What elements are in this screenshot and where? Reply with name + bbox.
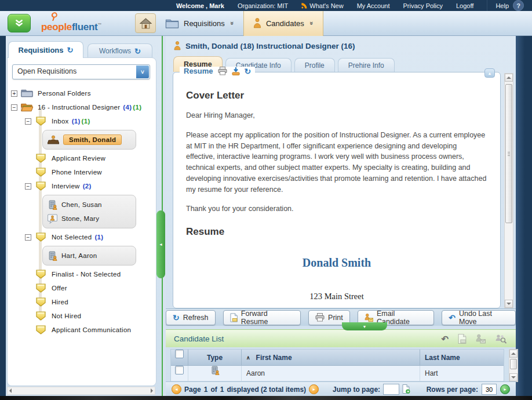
column-header-type[interactable]: Type (188, 350, 242, 365)
print-icon (315, 313, 325, 322)
selected-candidate-chip[interactable]: Smith, Donald (63, 134, 122, 145)
scroll-up-arrow[interactable] (509, 350, 518, 358)
table-scrollbar[interactable] (509, 349, 518, 382)
tree-item-smith-donald[interactable]: Smith, Donald (48, 133, 129, 147)
select-all-checkbox[interactable] (175, 350, 184, 358)
workflow-folder-icon (35, 117, 47, 126)
download-icon[interactable] (232, 67, 240, 75)
go-to-page-icon[interactable] (402, 384, 410, 394)
tab-prehire-info[interactable]: Prehire Info (338, 58, 395, 72)
filter-selected-value: Open Requisitions (17, 67, 76, 75)
tab-requisitions[interactable]: Requisitions ↻ (8, 41, 83, 58)
refresh-icon[interactable]: ↻ (67, 46, 74, 54)
home-icon (140, 18, 152, 29)
resume-panel-legend: Resume ↻ (180, 67, 255, 75)
cell-first-name: Aaron (246, 369, 265, 377)
tab-profile[interactable]: Profile (294, 58, 335, 72)
of-word: of (210, 386, 217, 394)
scroll-up-arrow[interactable] (505, 74, 513, 82)
resume-scrollbar[interactable] (504, 73, 513, 308)
scroll-down-arrow[interactable] (505, 300, 513, 308)
search-candidates-icon[interactable] (495, 334, 507, 344)
forward-resume-icon[interactable] (458, 334, 467, 344)
collapse-toggle[interactable]: − (25, 234, 31, 241)
help-link[interactable]: Help (495, 2, 509, 9)
refresh-button[interactable]: ↻ Refresh (166, 310, 216, 325)
logoff-link[interactable]: Logoff (456, 2, 473, 9)
tree-label: Personal Folders (38, 90, 91, 97)
sidebar-horizontal-scrollbar[interactable] (7, 387, 155, 395)
collapse-header-button[interactable] (8, 14, 31, 32)
tree-item-inbox[interactable]: − Inbox (1) (1) (8, 114, 156, 128)
nav-candidates-menu[interactable]: Candidates » (243, 11, 323, 36)
sidebar-collapse-handle[interactable]: ◄ (156, 210, 165, 278)
document-icon (230, 313, 238, 322)
tree-item-hired[interactable]: Hired (8, 295, 156, 309)
tree-item-not-selected[interactable]: − Not Selected (1) (8, 230, 156, 244)
collapse-panel-icon[interactable]: ▲ (484, 68, 495, 78)
privacy-policy-link[interactable]: Privacy Policy (403, 2, 443, 9)
menu-arrows-icon: » (308, 21, 315, 25)
tree-item-applicant-communication[interactable]: Applicant Communication (8, 323, 156, 337)
tree-item-stone-mary[interactable]: Stone, Mary (48, 212, 129, 226)
rows-per-page-input[interactable] (482, 384, 497, 395)
requisition-filter-select[interactable]: Open Requisitions ˅ (12, 64, 150, 79)
candidate-card: Chen, Susan Stone, Mary (42, 195, 136, 228)
tree-item-not-hired[interactable]: Not Hired (8, 309, 156, 323)
horizontal-splitter-handle[interactable]: ▼ (342, 322, 387, 330)
print-icon[interactable] (218, 67, 227, 75)
tree-item-interview[interactable]: − Interview (2) (8, 179, 156, 193)
candidate-card: Hart, Aaron (42, 246, 136, 266)
scroll-right-arrow[interactable] (151, 388, 153, 393)
email-candidate-icon[interactable] (476, 334, 486, 344)
expand-toggle[interactable]: + (11, 90, 17, 97)
tree-item-phone-interview[interactable]: Phone Interview (8, 165, 156, 179)
apply-rows-button[interactable]: ► (500, 384, 510, 394)
whats-new-link[interactable]: What's New (301, 2, 343, 9)
row-checkbox[interactable] (175, 366, 184, 374)
tree-item-personal-folders[interactable]: + Personal Folders (8, 86, 156, 100)
tree-label: Applicant Review (52, 155, 105, 162)
refresh-icon[interactable]: ↻ (134, 48, 141, 55)
table-row[interactable]: Aaron Hart (171, 366, 504, 381)
tree-item-hart-aaron[interactable]: Hart, Aaron (48, 249, 129, 263)
tree-item-finalist-not-selected[interactable]: Finalist - Not Selected (8, 267, 156, 281)
undo-last-move-button[interactable]: ↶ Undo Last Move (442, 310, 516, 325)
collapse-toggle[interactable]: − (25, 118, 31, 125)
count-blue: (2) (83, 183, 92, 190)
my-account-link[interactable]: My Account (357, 2, 390, 9)
forward-resume-button[interactable]: Forward Resume (223, 310, 301, 325)
peoplefluent-logo: peoplefluent™ (41, 12, 115, 35)
scrollbar-thumb[interactable] (505, 84, 512, 223)
next-page-button[interactable]: ► (309, 384, 319, 394)
column-header-first-name[interactable]: ∧ First Name (242, 350, 420, 365)
column-header-last-name[interactable]: Last Name (420, 354, 504, 362)
nav-requisitions-menu[interactable]: Requisitions » (156, 11, 243, 36)
tree-item-chen-susan[interactable]: Chen, Susan (48, 198, 129, 212)
undo-move-icon[interactable]: ↶ (441, 334, 449, 343)
candidate-name[interactable]: Chen, Susan (61, 201, 102, 208)
top-utility-bar: Welcome , Mark Organization: MIT What's … (0, 0, 532, 11)
help-question-icon[interactable]: ? (513, 0, 524, 11)
tree-label: Phone Interview (52, 169, 102, 176)
candidate-name[interactable]: Hart, Aaron (61, 252, 97, 259)
scroll-down-arrow[interactable] (509, 373, 518, 381)
tree-item-requisition-16[interactable]: − 16 - Instructional Designer (4) (1) (8, 100, 156, 114)
home-button[interactable] (135, 13, 156, 33)
tree-item-offer[interactable]: Offer (8, 281, 156, 295)
scrollbar-thumb[interactable] (510, 359, 517, 369)
candidate-name[interactable]: Stone, Mary (61, 215, 99, 222)
previous-page-button[interactable]: ◄ (172, 384, 181, 394)
open-folder-icon (21, 103, 33, 112)
chevron-down-icon[interactable]: ˅ (136, 66, 149, 78)
jump-to-page-input[interactable] (383, 384, 399, 395)
collapse-toggle[interactable]: − (25, 183, 31, 190)
workflow-folder-icon (35, 232, 47, 242)
email-person-icon (365, 313, 373, 322)
refresh-icon[interactable]: ↻ (245, 67, 252, 75)
tab-workflows[interactable]: Workflows ↻ (88, 43, 152, 58)
scroll-left-arrow[interactable] (9, 388, 12, 393)
tree-item-applicant-review[interactable]: Applicant Review (8, 151, 156, 165)
tree-label: Inbox (52, 118, 69, 125)
collapse-toggle[interactable]: − (11, 104, 17, 111)
